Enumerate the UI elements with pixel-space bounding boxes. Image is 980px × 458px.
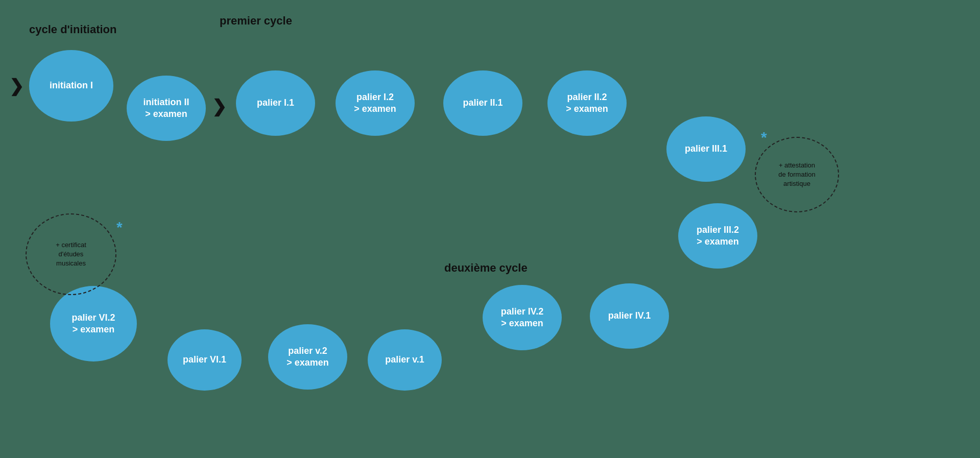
dashed-circle-certificat: + certificatd'étudesmusicales	[26, 213, 116, 295]
node-initiation-2-label: initiation II> examen	[144, 97, 189, 120]
node-palier-3-2-label: palier III.2> examen	[697, 224, 739, 248]
asterisk-1-icon: *	[116, 219, 123, 236]
node-palier-4-1-label: palier IV.1	[608, 310, 651, 322]
node-palier-3-1[interactable]: palier III.1	[666, 116, 746, 182]
node-palier-4-1[interactable]: palier IV.1	[590, 283, 669, 349]
label-cycle-initiation: cycle d'initiation	[29, 23, 117, 36]
diagram-container: cycle d'initiation premier cycle deuxièm…	[0, 0, 980, 458]
label-deuxieme-cycle: deuxième cycle	[444, 261, 528, 275]
dashed-circle-attestation: + attestationde formationartistique	[755, 137, 839, 212]
arrow-init2-palier11-icon: ❯	[212, 96, 226, 116]
label-premier-cycle: premier cycle	[220, 14, 292, 28]
node-palier-1-2[interactable]: palier I.2> examen	[336, 70, 415, 136]
node-palier-4-2[interactable]: palier IV.2> examen	[483, 285, 562, 350]
node-palier-3-2[interactable]: palier III.2> examen	[678, 203, 757, 269]
dashed-circle-certificat-text: + certificatd'étudesmusicales	[51, 235, 91, 274]
node-palier-2-2[interactable]: palier II.2> examen	[547, 70, 627, 136]
asterisk-2-icon: *	[761, 129, 767, 146]
node-initiation-1[interactable]: initiation I	[29, 50, 113, 122]
node-palier-5-1-label: palier v.1	[385, 354, 424, 366]
node-palier-6-1-label: palier VI.1	[183, 354, 226, 366]
dashed-circle-attestation-text: + attestationde formationartistique	[773, 156, 820, 194]
node-initiation-1-label: initiation I	[50, 80, 93, 91]
node-initiation-2[interactable]: initiation II> examen	[127, 76, 206, 141]
node-palier-2-2-label: palier II.2> examen	[566, 91, 608, 115]
node-palier-1-2-label: palier I.2> examen	[354, 91, 396, 115]
node-palier-6-1[interactable]: palier VI.1	[168, 329, 242, 391]
node-palier-6-2-label: palier VI.2> examen	[71, 312, 115, 336]
node-palier-2-1[interactable]: palier II.1	[443, 70, 522, 136]
start-arrow-icon: ❯	[9, 76, 23, 96]
node-palier-2-1-label: palier II.1	[463, 97, 503, 109]
node-palier-5-2-label: palier v.2> examen	[286, 345, 329, 369]
node-palier-1-1[interactable]: palier I.1	[236, 70, 315, 136]
node-palier-5-1[interactable]: palier v.1	[368, 329, 442, 391]
node-palier-1-1-label: palier I.1	[257, 97, 294, 109]
node-palier-6-2[interactable]: palier VI.2> examen	[50, 286, 137, 361]
node-palier-5-2[interactable]: palier v.2> examen	[268, 324, 347, 390]
node-palier-4-2-label: palier IV.2> examen	[501, 306, 543, 330]
node-palier-3-1-label: palier III.1	[685, 143, 727, 155]
